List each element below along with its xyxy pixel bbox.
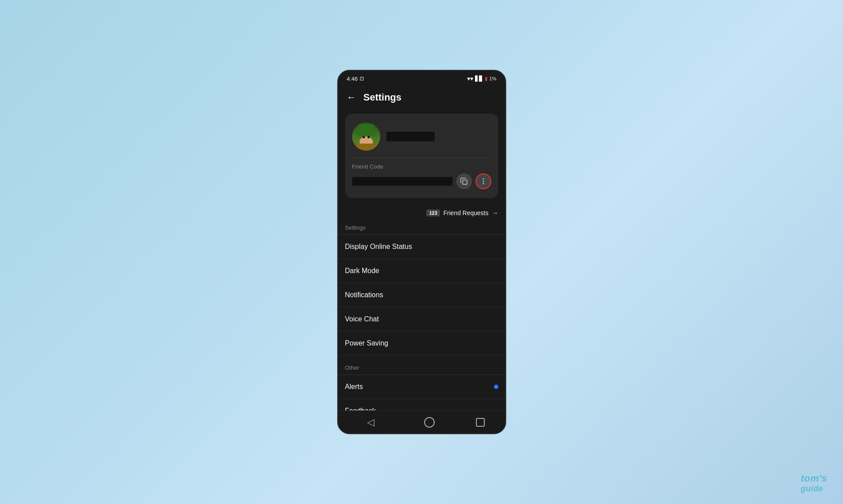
battery-percent: 1%: [490, 76, 497, 81]
profile-top: [352, 122, 491, 151]
settings-item-dark-mode[interactable]: Dark Mode: [338, 259, 505, 283]
phone-frame: 4:46 ⊡ ▾▾ ▋▊ ▮ 1% ← Settings: [337, 70, 506, 434]
friend-requests-arrow: →: [492, 209, 498, 216]
settings-item-feedback[interactable]: Feedback: [338, 399, 505, 410]
friend-requests-badge: 123: [426, 209, 440, 216]
friend-code-label: Friend Code: [352, 163, 491, 170]
settings-item-label: Voice Chat: [345, 315, 379, 323]
watermark-line1: tom's: [801, 473, 827, 484]
page-title: Settings: [364, 92, 402, 103]
friend-requests-row[interactable]: 123 Friend Requests →: [338, 205, 505, 221]
status-icons-area: ▾▾ ▋▊ ▮ 1%: [467, 75, 497, 82]
copy-icon: [460, 177, 468, 185]
clock: 4:46: [347, 76, 358, 82]
settings-item-label: Notifications: [345, 291, 383, 299]
more-button[interactable]: [476, 173, 491, 189]
friend-requests-label: Friend Requests: [443, 209, 489, 216]
more-icon: [479, 177, 487, 185]
settings-section-label: Settings: [338, 221, 505, 234]
watermark-line2: guide: [801, 484, 827, 493]
watermark: tom's guide: [801, 473, 827, 493]
avatar-hat: [358, 124, 374, 133]
svg-rect-0: [463, 180, 467, 184]
nav-back-button[interactable]: ◁: [358, 413, 383, 432]
content-area: Friend Code: [338, 110, 505, 410]
status-bar: 4:46 ⊡ ▾▾ ▋▊ ▮ 1%: [338, 71, 505, 86]
settings-item-label: Display Online Status: [345, 243, 412, 251]
signal-icon: ▋▊: [475, 76, 483, 82]
status-time-area: 4:46 ⊡: [347, 76, 364, 82]
battery-icon: ▮: [485, 76, 488, 82]
settings-item-power-saving[interactable]: Power Saving: [338, 331, 505, 356]
username-redacted: [386, 132, 435, 141]
screen-icon: ⊡: [360, 76, 364, 82]
settings-item-label: Alerts: [345, 383, 363, 391]
svg-point-2: [483, 181, 484, 182]
settings-item-label: Feedback: [345, 407, 376, 410]
friend-code-section: Friend Code: [352, 158, 491, 189]
alert-dot-indicator: [494, 385, 498, 389]
profile-card: Friend Code: [345, 114, 498, 198]
svg-point-1: [483, 178, 484, 180]
friend-code-row: [352, 173, 491, 189]
settings-item-alerts[interactable]: Alerts: [338, 375, 505, 399]
back-button[interactable]: ←: [347, 92, 357, 103]
settings-item-notifications[interactable]: Notifications: [338, 283, 505, 307]
avatar-body: [357, 144, 375, 151]
svg-point-3: [483, 183, 484, 184]
settings-item-label: Power Saving: [345, 339, 389, 347]
wifi-icon: ▾▾: [467, 75, 473, 82]
friend-code-value-redacted: [352, 177, 453, 186]
settings-item-voice-chat[interactable]: Voice Chat: [338, 307, 505, 331]
nav-bar: ◁: [338, 410, 505, 433]
app-header: ← Settings: [338, 86, 505, 110]
settings-item-label: Dark Mode: [345, 267, 379, 275]
other-section-label: Other: [338, 361, 505, 374]
avatar: [352, 122, 380, 151]
nav-home-button[interactable]: [424, 417, 435, 428]
copy-button[interactable]: [456, 173, 472, 189]
settings-item-display-online-status[interactable]: Display Online Status: [338, 235, 505, 259]
nav-recents-button[interactable]: [476, 418, 485, 427]
